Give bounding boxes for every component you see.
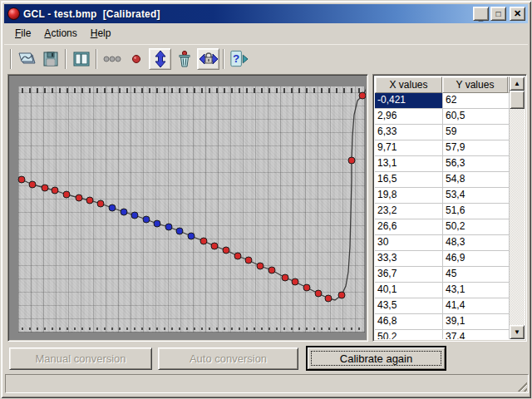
table-cell[interactable]: 50,2	[375, 330, 443, 339]
data-point-red[interactable]	[211, 243, 218, 249]
data-point-red[interactable]	[282, 274, 288, 281]
table-cell[interactable]: 9,71	[375, 140, 443, 156]
scrollbar-thumb[interactable]	[510, 91, 525, 109]
data-point-blue[interactable]	[121, 209, 127, 215]
vertical-arrows-button[interactable]	[149, 48, 171, 70]
data-point-blue[interactable]	[154, 220, 160, 227]
table-cell[interactable]: 45	[443, 267, 510, 283]
table-cell[interactable]: 19,8	[375, 188, 443, 204]
data-point-blue[interactable]	[176, 228, 183, 234]
table-row[interactable]: 33,346,9	[375, 251, 510, 267]
data-point-red[interactable]	[76, 195, 82, 201]
table-cell[interactable]: 2,96	[375, 109, 443, 125]
table-cell[interactable]: 53,4	[443, 188, 510, 204]
data-point-red[interactable]	[18, 176, 25, 183]
data-point-blue[interactable]	[109, 204, 116, 211]
table-row[interactable]: 9,7157,9	[375, 140, 510, 156]
maximize-button[interactable]: □	[490, 7, 506, 21]
data-point-red[interactable]	[200, 238, 207, 244]
data-point-red[interactable]	[223, 247, 229, 254]
data-point-red[interactable]	[292, 278, 298, 285]
plot-viewer[interactable]	[7, 74, 368, 342]
table-row[interactable]: 50,237,4	[375, 330, 510, 339]
data-point-red[interactable]	[325, 295, 332, 302]
delete-point-button[interactable]	[173, 48, 195, 70]
manual-conversion-button[interactable]: Manual conversion	[9, 347, 152, 370]
data-point-red[interactable]	[234, 253, 241, 259]
table-row[interactable]: 16,554,8	[375, 172, 510, 188]
minimize-button[interactable]: _	[473, 7, 489, 21]
table-row[interactable]: 3048,3	[375, 235, 510, 251]
table-cell[interactable]: 39,1	[443, 314, 510, 330]
table-cell[interactable]: 62	[443, 93, 510, 109]
data-point-red[interactable]	[257, 263, 264, 269]
horizontal-arrows-lock-button[interactable]	[197, 48, 219, 70]
table-row[interactable]: -0,42162	[375, 93, 510, 109]
data-point-red[interactable]	[42, 185, 48, 191]
table-cell[interactable]: 37,4	[443, 330, 510, 339]
table-cell[interactable]: 40,1	[375, 283, 443, 298]
menu-item-actions[interactable]: Actions	[37, 26, 83, 42]
data-point-red[interactable]	[303, 284, 310, 291]
data-point-blue[interactable]	[165, 224, 172, 230]
column-header-x[interactable]: X values	[375, 76, 442, 93]
scroll-down-button[interactable]: ▼	[510, 325, 525, 339]
data-point-red[interactable]	[359, 92, 366, 99]
table-cell[interactable]: 46,9	[443, 251, 510, 267]
data-point-red[interactable]	[315, 290, 322, 297]
table-cell[interactable]: 57,9	[443, 140, 510, 156]
table-cell[interactable]: 26,6	[375, 219, 443, 235]
window-panes-button[interactable]	[70, 48, 92, 70]
table-row[interactable]: 23,251,6	[375, 204, 510, 219]
table-row[interactable]: 36,745	[375, 267, 510, 283]
data-point-red[interactable]	[268, 267, 275, 273]
table-cell[interactable]: -0,421	[375, 93, 443, 109]
table-cell[interactable]: 46,8	[375, 314, 443, 330]
table-cell[interactable]: 54,8	[443, 172, 510, 188]
help-button[interactable]: ?	[228, 48, 250, 70]
table-scrollbar[interactable]: ▲ ▼	[510, 76, 525, 339]
table-row[interactable]: 26,650,2	[375, 219, 510, 235]
table-cell[interactable]: 6,33	[375, 125, 443, 140]
table-row[interactable]: 43,541,4	[375, 298, 510, 314]
scroll-up-button[interactable]: ▲	[510, 76, 525, 91]
gray-points-button[interactable]	[101, 48, 123, 70]
data-point-red[interactable]	[348, 157, 355, 164]
table-cell[interactable]: 59	[443, 125, 510, 140]
table-cell[interactable]: 43,5	[375, 298, 443, 314]
data-point-red[interactable]	[63, 191, 70, 198]
data-point-red[interactable]	[245, 257, 252, 264]
data-point-red[interactable]	[52, 187, 58, 194]
table-row[interactable]: 13,156,3	[375, 156, 510, 172]
data-point-red[interactable]	[338, 292, 345, 298]
table-cell[interactable]: 56,3	[443, 156, 510, 172]
open-image-button[interactable]	[15, 48, 37, 70]
auto-conversion-button[interactable]: Auto conversion	[158, 347, 298, 370]
table-row[interactable]: 46,839,1	[375, 314, 510, 330]
save-button[interactable]	[39, 48, 62, 70]
column-header-y[interactable]: Y values	[442, 76, 508, 93]
data-point-red[interactable]	[97, 200, 104, 207]
red-point-button[interactable]	[125, 48, 147, 70]
table-cell[interactable]: 33,3	[375, 251, 443, 267]
table-cell[interactable]: 13,1	[375, 156, 443, 172]
calibrate-again-button[interactable]: Calibrate again	[307, 347, 446, 370]
resize-grip[interactable]	[516, 381, 527, 392]
data-point-red[interactable]	[86, 197, 93, 204]
table-cell[interactable]: 41,4	[443, 298, 510, 314]
table-cell[interactable]: 48,3	[443, 235, 510, 251]
table-cell[interactable]: 50,2	[443, 219, 510, 235]
data-point-blue[interactable]	[143, 216, 150, 223]
data-point-blue[interactable]	[131, 212, 138, 219]
data-point-red[interactable]	[29, 181, 36, 188]
menu-item-file[interactable]: File	[8, 26, 37, 42]
table-cell[interactable]: 51,6	[443, 204, 510, 219]
table-cell[interactable]: 36,7	[375, 267, 443, 283]
table-row[interactable]: 19,853,4	[375, 188, 510, 204]
table-row[interactable]: 40,143,1	[375, 283, 510, 298]
table-cell[interactable]: 30	[375, 235, 443, 251]
table-cell[interactable]: 43,1	[443, 283, 510, 298]
data-point-blue[interactable]	[188, 233, 195, 239]
table-row[interactable]: 2,9660,5	[375, 109, 510, 125]
table-cell[interactable]: 23,2	[375, 204, 443, 219]
